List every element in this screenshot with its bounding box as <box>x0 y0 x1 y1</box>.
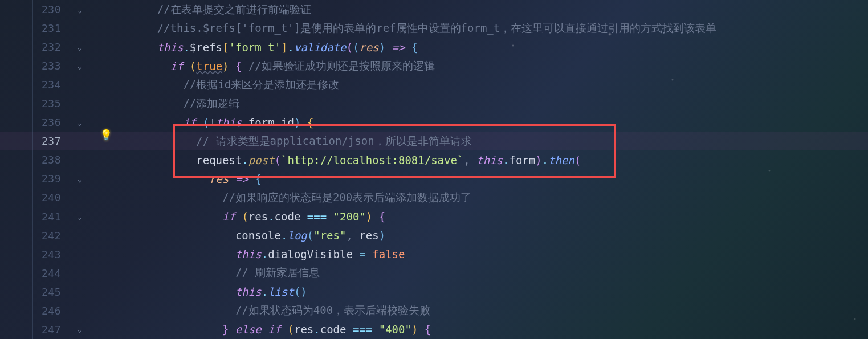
token: . <box>242 116 248 129</box>
code-line[interactable]: res => { <box>118 169 868 188</box>
token: { <box>411 41 418 54</box>
token: ) <box>411 323 418 336</box>
token: "res" <box>313 229 346 242</box>
code-line[interactable]: //如果状态码为400，表示后端校验失败 <box>118 301 868 320</box>
token: res <box>248 210 268 223</box>
code-line[interactable]: } else if (res.code === "400") { <box>118 320 868 339</box>
token: . <box>313 323 320 336</box>
gutter-row: 233⌄ <box>0 56 94 75</box>
code-line[interactable]: this.$refs['form_t'].validate((res) => { <box>118 38 868 56</box>
token: { <box>255 173 261 185</box>
token: dialogVisible <box>268 248 353 260</box>
gutter-row: 241⌄ <box>0 207 94 226</box>
token: //this.$refs['form_t']是使用的表单的ref属性中设置的fo… <box>157 21 717 36</box>
token <box>372 323 378 336</box>
code-editor[interactable]: 💡 230⌄231232⌄233⌄234235236⌄237238239⌄240… <box>0 0 868 339</box>
token: { <box>379 210 385 223</box>
token <box>385 41 392 54</box>
token <box>235 210 242 223</box>
token: ( <box>353 41 359 54</box>
token: this <box>235 248 262 260</box>
token: request <box>196 154 242 166</box>
indent-guide <box>118 116 183 129</box>
token: ( <box>288 323 294 336</box>
gutter-row: 242 <box>0 226 94 245</box>
code-line[interactable]: if (true) { //如果验证成功则还是按照原来的逻辑 <box>118 56 868 75</box>
code-line[interactable]: //this.$refs['form_t']是使用的表单的ref属性中设置的fo… <box>118 19 868 38</box>
code-area[interactable]: //在表单提交之前进行前端验证 //this.$refs['form_t']是使… <box>94 0 868 339</box>
token: res <box>359 41 378 54</box>
fold-chevron-icon[interactable]: ⌄ <box>66 62 94 71</box>
indent-guide <box>118 229 235 242</box>
gutter-row: 237 <box>0 132 94 150</box>
token: ( <box>346 41 352 54</box>
gutter-row: 232⌄ <box>0 38 94 56</box>
token: ` <box>457 154 463 166</box>
token: this <box>476 154 503 166</box>
token: 'form_t' <box>229 41 282 54</box>
token: . <box>262 285 268 298</box>
code-line[interactable]: //根据id来区分是添加还是修改 <box>118 75 868 94</box>
token: //添加逻辑 <box>183 96 239 111</box>
token: { <box>307 116 313 129</box>
indent-guide <box>118 248 235 260</box>
token: form <box>509 154 535 166</box>
code-line[interactable]: this.list() <box>118 283 868 301</box>
indent-guide <box>118 323 222 336</box>
indent-guide <box>118 97 183 110</box>
token: if <box>222 210 235 223</box>
gutter-row: 247⌄ <box>0 320 94 339</box>
indent-guide <box>118 3 157 16</box>
code-line[interactable]: request.post(`http://localhost:8081/save… <box>118 150 868 169</box>
token: else <box>235 323 262 336</box>
token <box>327 210 333 223</box>
code-line[interactable]: console.log("res", res) <box>118 226 868 245</box>
gutter-row: 238 <box>0 150 94 169</box>
token: ( <box>190 60 196 72</box>
gutter-row: 239⌄ <box>0 169 94 188</box>
token: { <box>235 60 242 72</box>
token <box>347 323 353 336</box>
token: = <box>359 248 365 260</box>
fold-chevron-icon[interactable]: ⌄ <box>66 118 94 127</box>
fold-chevron-icon[interactable]: ⌄ <box>66 212 94 221</box>
token <box>183 60 189 72</box>
gutter-row: 230⌄ <box>0 0 94 19</box>
token: form <box>248 116 275 129</box>
token <box>229 173 235 185</box>
code-line[interactable]: this.dialogVisible = false <box>118 245 868 264</box>
indent-guide <box>118 79 183 91</box>
token: ] <box>281 41 287 54</box>
fold-chevron-icon[interactable]: ⌄ <box>66 43 94 52</box>
token: res <box>209 173 229 185</box>
token <box>353 229 359 242</box>
token: . <box>183 41 189 54</box>
token: // 刷新家居信息 <box>235 266 320 280</box>
token: ( <box>574 154 581 166</box>
fold-chevron-icon[interactable]: ⌄ <box>66 5 94 14</box>
token <box>262 323 268 336</box>
token <box>229 323 235 336</box>
token: res <box>294 323 313 336</box>
code-line[interactable]: // 请求类型是application/json，所以是非简单请求 <box>118 132 868 150</box>
code-line[interactable]: if (!this.form.id) { <box>118 113 868 132</box>
token: => <box>235 173 248 185</box>
token: http://localhost:8081/save <box>287 154 457 166</box>
code-line[interactable]: //添加逻辑 <box>118 94 868 113</box>
token: code <box>320 323 347 336</box>
token: if <box>183 116 196 129</box>
token: //如果验证成功则还是按照原来的逻辑 <box>248 59 435 73</box>
token <box>196 116 202 129</box>
code-line[interactable]: // 刷新家居信息 <box>118 264 868 283</box>
token: console <box>235 229 281 242</box>
code-line[interactable]: //在表单提交之前进行前端验证 <box>118 0 868 19</box>
code-line[interactable]: if (res.code === "200") { <box>118 207 868 226</box>
token: . <box>503 154 509 166</box>
token <box>353 248 359 260</box>
token: true <box>196 60 222 72</box>
indent-guide <box>118 60 170 72</box>
fold-chevron-icon[interactable]: ⌄ <box>66 325 94 334</box>
code-line[interactable]: //如果响应的状态码是200表示后端添加数据成功了 <box>118 188 868 207</box>
token: validate <box>294 41 347 54</box>
fold-chevron-icon[interactable]: ⌄ <box>66 174 94 183</box>
